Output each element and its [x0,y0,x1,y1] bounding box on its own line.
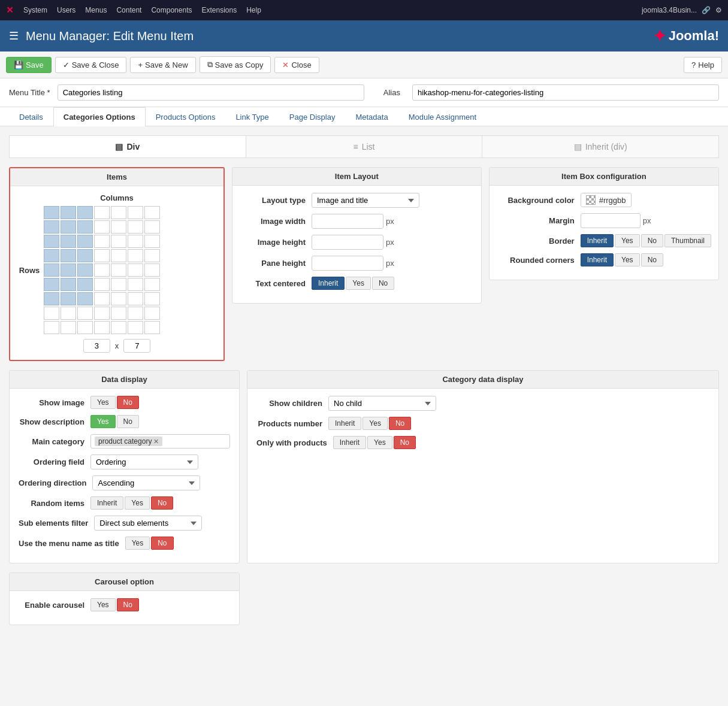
nav-components[interactable]: Components [151,6,192,14]
tab-link-type[interactable]: Link Type [225,107,279,126]
nav-help[interactable]: Help [246,6,261,14]
only-products-inherit[interactable]: Inherit [333,436,366,449]
text-centered-inherit[interactable]: Inherit [312,277,345,290]
border-no[interactable]: No [641,234,663,247]
items-panel: Items Columns Rows x [9,167,225,361]
item-box-body: Background color #rrggbb Margin px Borde… [490,186,718,280]
layout-type-select[interactable]: Image and title Title only Image only [312,193,419,208]
tab-page-display[interactable]: Page Display [279,107,346,126]
border-inherit[interactable]: Inherit [581,234,614,247]
ordering-direction-row: Ordering direction Ascending Descending [19,475,230,490]
nav-extensions[interactable]: Extensions [201,6,237,14]
carousel-no[interactable]: No [117,598,139,611]
margin-input[interactable] [581,213,641,228]
category-data-panel: Category data display Show children No c… [247,370,719,563]
save-icon: 💾 [14,60,23,69]
columns-input[interactable] [83,339,110,353]
border-thumbnail[interactable]: Thumbnail [664,234,711,247]
bg-color-row: Background color #rrggbb [497,193,711,207]
alias-input[interactable] [412,84,719,101]
layout-div[interactable]: ▤ Div [10,136,246,157]
rows-input[interactable] [123,339,150,353]
products-number-yes[interactable]: Yes [363,417,388,430]
show-desc-no[interactable]: No [117,415,139,428]
image-width-label: Image width [240,217,306,226]
products-number-inherit[interactable]: Inherit [328,417,361,430]
items-column: Items Columns Rows x [9,167,225,361]
menu-title-input[interactable] [58,84,364,101]
account-name: joomla3.4Busin... [642,6,697,14]
tab-details[interactable]: Details [9,107,53,126]
columns-label: Columns [17,193,216,202]
pane-height-input[interactable] [312,256,383,271]
save-close-button[interactable]: ✓ Save & Close [55,57,127,73]
show-desc-yes[interactable]: Yes [90,415,116,428]
text-centered-yes[interactable]: Yes [346,277,371,290]
only-products-no[interactable]: No [394,436,416,449]
nav-system[interactable]: System [23,6,47,14]
save-copy-button[interactable]: ⧉ Save as Copy [200,56,271,73]
items-grid[interactable] [44,206,216,334]
layout-list[interactable]: ≡ List [246,136,483,157]
ordering-field-label: Ordering field [19,457,84,466]
rounded-yes[interactable]: Yes [615,253,640,266]
three-column-layout: Items Columns Rows x [9,167,719,361]
carousel-panel: Carousel option Enable carousel Yes No [9,572,240,625]
image-height-input[interactable] [312,235,383,250]
help-icon: ? [691,60,696,69]
nav-menus[interactable]: Menus [85,6,107,14]
only-products-yes[interactable]: Yes [367,436,392,449]
layout-inherit[interactable]: ▤ Inherit (div) [482,136,718,157]
hamburger-menu-icon[interactable]: ☰ [9,29,19,43]
show-image-no[interactable]: No [117,396,139,409]
save-button[interactable]: 💾 Save [6,57,52,73]
rounded-no[interactable]: No [641,253,663,266]
border-yes[interactable]: Yes [615,234,640,247]
bg-color-label: Background color [497,196,575,205]
margin-px: px [643,216,651,225]
tab-metadata[interactable]: Metadata [345,107,398,126]
only-products-label: Only with products [256,438,327,447]
ordering-field-select[interactable]: Ordering Name Date [90,454,198,469]
text-centered-no[interactable]: No [372,277,394,290]
tab-categories-options[interactable]: Categories Options [53,107,146,126]
remove-tag-icon[interactable]: ✕ [153,438,159,446]
layout-type-label: Layout type [240,196,306,205]
carousel-yes[interactable]: Yes [90,598,116,611]
nav-content[interactable]: Content [116,6,141,14]
image-height-label: Image height [240,238,306,247]
sub-elements-label: Sub elements filter [19,519,88,528]
rounded-row: Rounded corners Inherit Yes No [497,253,711,266]
random-items-toggle: Inherit Yes No [90,496,173,510]
margin-row: Margin px [497,213,711,228]
bg-color-input[interactable]: #rrggbb [581,193,632,207]
close-button[interactable]: ✕ Close [274,57,319,73]
random-yes[interactable]: Yes [125,496,150,510]
use-menu-no[interactable]: No [151,537,173,550]
image-width-input[interactable] [312,214,383,229]
tab-module-assignment[interactable]: Module Assignment [398,107,487,126]
nav-users[interactable]: Users [57,6,75,14]
sub-elements-select[interactable]: Direct sub elements All sub elements [94,516,202,531]
show-image-yes[interactable]: Yes [90,396,116,409]
main-category-input[interactable]: product category ✕ [90,434,230,449]
use-menu-yes[interactable]: Yes [125,537,150,550]
main-category-label: Main category [19,437,84,446]
random-inherit[interactable]: Inherit [90,496,123,510]
item-layout-header: Item Layout [232,168,481,186]
image-width-px: px [386,217,394,226]
help-button[interactable]: ? Help [684,57,722,73]
rounded-inherit[interactable]: Inherit [581,253,614,266]
products-number-no[interactable]: No [389,417,411,430]
show-desc-row: Show description Yes No [19,415,230,428]
gear-icon[interactable]: ⚙ [715,6,722,14]
random-no[interactable]: No [151,496,173,510]
tab-products-options[interactable]: Products Options [146,107,226,126]
rows-label: Rows [17,266,41,275]
pane-height-row: Pane height px [240,256,474,271]
show-children-select[interactable]: No child Direct children All children [328,396,436,411]
ordering-direction-select[interactable]: Ascending Descending [92,475,200,490]
main-category-row: Main category product category ✕ [19,434,230,449]
save-new-button[interactable]: + Save & New [130,57,195,73]
products-number-row: Products number Inherit Yes No [256,417,709,430]
